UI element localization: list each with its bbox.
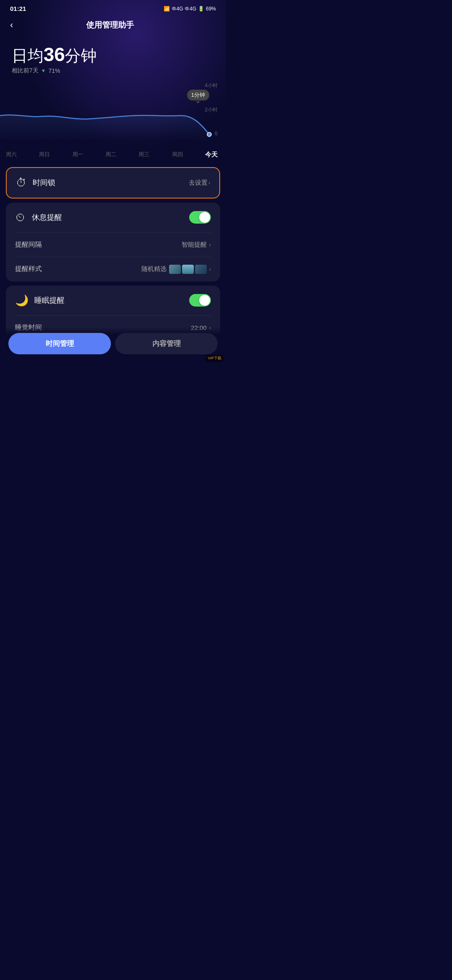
battery-icon: 🔋 <box>198 6 204 12</box>
chart-tooltip: 1分钟 <box>187 90 209 101</box>
decrease-arrow-icon: ▼ <box>41 68 46 74</box>
page-title: 使用管理助手 <box>18 20 202 31</box>
status-icons: 📶 ᪤4G ᪤4G 🔋 69% <box>164 6 216 12</box>
reminder-style-row[interactable]: 提醒样式 随机精选 › <box>6 257 220 281</box>
tab-content-management[interactable]: 内容管理 <box>115 333 218 354</box>
time-lock-row[interactable]: ⏱ 时间锁 去设置 › <box>7 168 219 198</box>
rest-reminder-toggle[interactable] <box>189 211 211 224</box>
back-button[interactable]: ‹ <box>10 20 13 31</box>
header: ‹ 使用管理助手 <box>0 15 226 37</box>
reminder-interval-label: 提醒间隔 <box>15 240 42 249</box>
sleep-toggle-knob <box>199 295 210 306</box>
rest-reminder-icon: ⏲ <box>15 211 26 224</box>
rest-reminder-card: ⏲ 休息提醒 提醒间隔 智能提醒 › 提醒样式 <box>6 203 220 281</box>
status-time: 01:21 <box>10 5 26 12</box>
sleep-reminder-header-row: 🌙 睡眠提醒 <box>6 286 220 315</box>
thumb-2 <box>182 265 194 274</box>
time-lock-card[interactable]: ⏱ 时间锁 去设置 › <box>6 167 220 199</box>
daily-avg-text: 日均36分钟 <box>12 44 214 65</box>
toggle-knob <box>199 212 210 223</box>
rest-reminder-header-row: ⏲ 休息提醒 <box>6 203 220 232</box>
battery-percent: 69% <box>206 6 216 12</box>
thumb-1 <box>169 265 181 274</box>
status-bar: 01:21 📶 ᪤4G ᪤4G 🔋 69% <box>0 0 226 15</box>
reminder-interval-row[interactable]: 提醒间隔 智能提醒 › <box>6 233 220 257</box>
time-lock-label: 时间锁 <box>33 178 55 188</box>
bottom-nav: 时间管理 内容管理 <box>0 327 226 364</box>
sleep-reminder-label: 睡眠提醒 <box>34 295 64 305</box>
svg-point-0 <box>207 132 211 137</box>
daily-avg-compare: 相比前7天 ▼ 71% <box>12 67 214 75</box>
reminder-style-thumbnails <box>169 265 207 274</box>
tab-time-management[interactable]: 时间管理 <box>8 333 111 354</box>
time-lock-chevron: › <box>208 180 210 186</box>
sleep-reminder-icon: 🌙 <box>15 294 28 307</box>
time-lock-action[interactable]: 去设置 › <box>189 179 210 187</box>
reminder-interval-chevron: › <box>209 242 211 248</box>
chart-day-labels: 周六 周日 周一 周二 周三 周四 今天 <box>0 149 226 160</box>
daily-average-section: 日均36分钟 相比前7天 ▼ 71% <box>0 37 226 78</box>
reminder-style-label: 提醒样式 <box>15 265 42 273</box>
reminder-style-chevron: › <box>209 266 211 272</box>
thumb-3 <box>195 265 207 274</box>
time-lock-icon: ⏱ <box>16 176 27 189</box>
sleep-reminder-toggle[interactable] <box>189 294 211 307</box>
signal-icons: 📶 ᪤4G ᪤4G <box>164 6 196 12</box>
vip-watermark: VIP下载 <box>205 355 223 362</box>
reminder-style-value: 随机精选 › <box>141 265 211 274</box>
rest-reminder-label: 休息提醒 <box>32 212 62 222</box>
reminder-interval-value: 智能提醒 › <box>182 241 211 249</box>
usage-chart: 4小时 2小时 0 1分钟 <box>0 82 226 149</box>
